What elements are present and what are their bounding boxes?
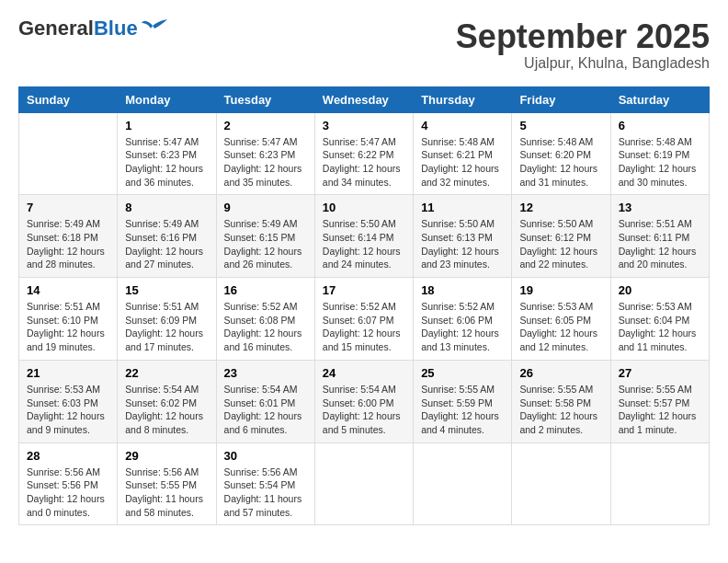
day-info: Sunrise: 5:53 AMSunset: 6:05 PMDaylight:… bbox=[519, 300, 602, 354]
col-header-sunday: Sunday bbox=[19, 86, 118, 112]
table-cell: 16Sunrise: 5:52 AMSunset: 6:08 PMDayligh… bbox=[216, 278, 314, 361]
day-info: Sunrise: 5:56 AMSunset: 5:56 PMDaylight:… bbox=[27, 465, 109, 520]
table-cell bbox=[414, 442, 512, 525]
day-number: 3 bbox=[323, 119, 405, 132]
day-number: 22 bbox=[125, 366, 208, 380]
col-header-tuesday: Tuesday bbox=[216, 86, 314, 112]
day-info: Sunrise: 5:52 AMSunset: 6:08 PMDaylight:… bbox=[224, 300, 307, 354]
day-number: 2 bbox=[224, 119, 307, 132]
day-info: Sunrise: 5:50 AMSunset: 6:14 PMDaylight:… bbox=[323, 217, 405, 271]
logo-blue: Blue bbox=[94, 17, 138, 40]
col-header-saturday: Saturday bbox=[610, 86, 709, 112]
table-cell: 14Sunrise: 5:51 AMSunset: 6:10 PMDayligh… bbox=[19, 278, 118, 361]
table-cell bbox=[512, 442, 610, 525]
day-info: Sunrise: 5:53 AMSunset: 6:03 PMDaylight:… bbox=[27, 383, 109, 437]
logo-general: General bbox=[18, 17, 94, 40]
table-row: 7Sunrise: 5:49 AMSunset: 6:18 PMDaylight… bbox=[19, 195, 710, 278]
col-header-wednesday: Wednesday bbox=[314, 86, 413, 112]
day-info: Sunrise: 5:51 AMSunset: 6:11 PMDaylight:… bbox=[619, 217, 701, 271]
day-info: Sunrise: 5:47 AMSunset: 6:23 PMDaylight:… bbox=[224, 135, 307, 190]
table-cell: 9Sunrise: 5:49 AMSunset: 6:15 PMDaylight… bbox=[216, 195, 314, 278]
day-info: Sunrise: 5:50 AMSunset: 6:12 PMDaylight:… bbox=[519, 217, 602, 271]
table-cell: 4Sunrise: 5:48 AMSunset: 6:21 PMDaylight… bbox=[414, 112, 512, 195]
day-number: 19 bbox=[519, 283, 602, 297]
day-number: 25 bbox=[421, 366, 504, 380]
day-info: Sunrise: 5:52 AMSunset: 6:07 PMDaylight:… bbox=[323, 300, 405, 354]
day-info: Sunrise: 5:48 AMSunset: 6:21 PMDaylight:… bbox=[421, 135, 504, 190]
table-cell: 12Sunrise: 5:50 AMSunset: 6:12 PMDayligh… bbox=[512, 195, 610, 278]
table-cell: 28Sunrise: 5:56 AMSunset: 5:56 PMDayligh… bbox=[19, 442, 118, 525]
table-cell bbox=[314, 442, 413, 525]
table-row: 28Sunrise: 5:56 AMSunset: 5:56 PMDayligh… bbox=[19, 442, 710, 525]
day-number: 17 bbox=[323, 283, 405, 297]
table-cell: 25Sunrise: 5:55 AMSunset: 5:59 PMDayligh… bbox=[414, 360, 512, 442]
table-cell: 3Sunrise: 5:47 AMSunset: 6:22 PMDaylight… bbox=[314, 112, 413, 195]
table-cell: 6Sunrise: 5:48 AMSunset: 6:19 PMDaylight… bbox=[610, 112, 709, 195]
day-number: 10 bbox=[323, 201, 405, 214]
day-number: 20 bbox=[619, 283, 701, 297]
table-cell: 27Sunrise: 5:55 AMSunset: 5:57 PMDayligh… bbox=[610, 360, 709, 442]
day-number: 5 bbox=[519, 119, 602, 132]
day-number: 30 bbox=[224, 449, 307, 463]
day-number: 7 bbox=[27, 201, 109, 214]
day-info: Sunrise: 5:49 AMSunset: 6:18 PMDaylight:… bbox=[27, 217, 109, 271]
table-cell: 26Sunrise: 5:55 AMSunset: 5:58 PMDayligh… bbox=[512, 360, 610, 442]
day-info: Sunrise: 5:49 AMSunset: 6:16 PMDaylight:… bbox=[125, 217, 208, 271]
day-number: 23 bbox=[224, 366, 307, 380]
day-info: Sunrise: 5:48 AMSunset: 6:19 PMDaylight:… bbox=[619, 135, 701, 190]
day-info: Sunrise: 5:56 AMSunset: 5:55 PMDaylight:… bbox=[125, 465, 208, 520]
day-info: Sunrise: 5:54 AMSunset: 6:00 PMDaylight:… bbox=[323, 383, 405, 437]
table-cell bbox=[610, 442, 709, 525]
table-row: 14Sunrise: 5:51 AMSunset: 6:10 PMDayligh… bbox=[19, 278, 710, 361]
day-info: Sunrise: 5:50 AMSunset: 6:13 PMDaylight:… bbox=[421, 217, 504, 271]
day-info: Sunrise: 5:55 AMSunset: 5:59 PMDaylight:… bbox=[421, 383, 504, 437]
col-header-thursday: Thursday bbox=[414, 86, 512, 112]
table-row: 21Sunrise: 5:53 AMSunset: 6:03 PMDayligh… bbox=[19, 360, 710, 442]
day-number: 12 bbox=[519, 201, 602, 214]
day-info: Sunrise: 5:52 AMSunset: 6:06 PMDaylight:… bbox=[421, 300, 504, 354]
col-header-friday: Friday bbox=[512, 86, 610, 112]
table-cell: 8Sunrise: 5:49 AMSunset: 6:16 PMDaylight… bbox=[118, 195, 216, 278]
day-info: Sunrise: 5:48 AMSunset: 6:20 PMDaylight:… bbox=[519, 135, 602, 190]
day-number: 1 bbox=[125, 119, 208, 132]
table-header-row: SundayMondayTuesdayWednesdayThursdayFrid… bbox=[19, 86, 710, 112]
table-cell: 29Sunrise: 5:56 AMSunset: 5:55 PMDayligh… bbox=[118, 442, 216, 525]
table-cell: 2Sunrise: 5:47 AMSunset: 6:23 PMDaylight… bbox=[216, 112, 314, 195]
day-number: 29 bbox=[125, 449, 208, 463]
day-number: 24 bbox=[323, 366, 405, 380]
day-number: 16 bbox=[224, 283, 307, 297]
month-title: September 2025 bbox=[456, 18, 710, 55]
day-info: Sunrise: 5:49 AMSunset: 6:15 PMDaylight:… bbox=[224, 217, 307, 271]
table-cell: 7Sunrise: 5:49 AMSunset: 6:18 PMDaylight… bbox=[19, 195, 118, 278]
day-number: 21 bbox=[27, 366, 109, 380]
day-info: Sunrise: 5:54 AMSunset: 6:01 PMDaylight:… bbox=[224, 383, 307, 437]
page-header: GeneralBlue September 2025 Ujalpur, Khul… bbox=[18, 18, 710, 72]
table-cell: 18Sunrise: 5:52 AMSunset: 6:06 PMDayligh… bbox=[414, 278, 512, 361]
table-cell: 21Sunrise: 5:53 AMSunset: 6:03 PMDayligh… bbox=[19, 360, 118, 442]
table-cell: 23Sunrise: 5:54 AMSunset: 6:01 PMDayligh… bbox=[216, 360, 314, 442]
table-cell: 1Sunrise: 5:47 AMSunset: 6:23 PMDaylight… bbox=[118, 112, 216, 195]
table-cell: 5Sunrise: 5:48 AMSunset: 6:20 PMDaylight… bbox=[512, 112, 610, 195]
day-number: 4 bbox=[421, 119, 504, 132]
table-row: 1Sunrise: 5:47 AMSunset: 6:23 PMDaylight… bbox=[19, 112, 710, 195]
day-number: 18 bbox=[421, 283, 504, 297]
day-number: 28 bbox=[27, 449, 109, 463]
day-info: Sunrise: 5:51 AMSunset: 6:09 PMDaylight:… bbox=[125, 300, 208, 354]
calendar-table: SundayMondayTuesdayWednesdayThursdayFrid… bbox=[18, 86, 710, 526]
location-title: Ujalpur, Khulna, Bangladesh bbox=[456, 55, 710, 72]
table-cell: 19Sunrise: 5:53 AMSunset: 6:05 PMDayligh… bbox=[512, 278, 610, 361]
day-number: 15 bbox=[125, 283, 208, 297]
table-cell: 13Sunrise: 5:51 AMSunset: 6:11 PMDayligh… bbox=[610, 195, 709, 278]
table-cell bbox=[19, 112, 118, 195]
day-info: Sunrise: 5:56 AMSunset: 5:54 PMDaylight:… bbox=[224, 465, 307, 520]
day-info: Sunrise: 5:51 AMSunset: 6:10 PMDaylight:… bbox=[27, 300, 109, 354]
table-cell: 22Sunrise: 5:54 AMSunset: 6:02 PMDayligh… bbox=[118, 360, 216, 442]
table-cell: 17Sunrise: 5:52 AMSunset: 6:07 PMDayligh… bbox=[314, 278, 413, 361]
table-cell: 15Sunrise: 5:51 AMSunset: 6:09 PMDayligh… bbox=[118, 278, 216, 361]
day-info: Sunrise: 5:54 AMSunset: 6:02 PMDaylight:… bbox=[125, 383, 208, 437]
table-cell: 10Sunrise: 5:50 AMSunset: 6:14 PMDayligh… bbox=[314, 195, 413, 278]
day-info: Sunrise: 5:47 AMSunset: 6:22 PMDaylight:… bbox=[323, 135, 405, 190]
col-header-monday: Monday bbox=[118, 86, 216, 112]
logo-bird-icon bbox=[142, 19, 167, 38]
day-info: Sunrise: 5:55 AMSunset: 5:58 PMDaylight:… bbox=[519, 383, 602, 437]
